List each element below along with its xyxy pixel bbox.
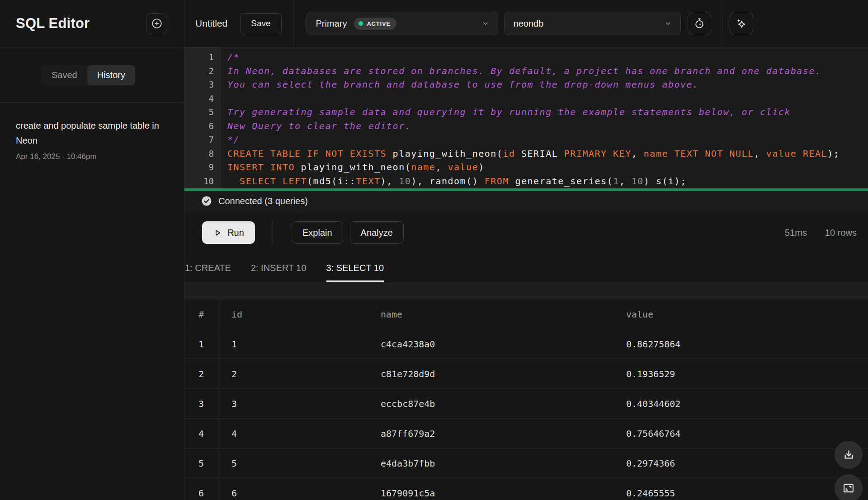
explain-button[interactable]: Explain (292, 221, 343, 244)
table-cell: 1 (218, 339, 367, 350)
analyze-button[interactable]: Analyze (350, 221, 404, 244)
line-number: 3 (184, 79, 221, 89)
run-button-label: Run (227, 228, 244, 238)
connection-status-text: Connected (3 queries) (218, 196, 308, 206)
code-lines: 1/*2In Neon, databases are stored on bra… (184, 50, 868, 188)
table-row: 661679091c5a0.2465555 (184, 478, 868, 500)
query-name[interactable]: Untitled (195, 18, 227, 29)
table-cell: a87ff679a2 (367, 428, 613, 439)
new-query-button[interactable] (146, 13, 167, 34)
sidebar-tabs: Saved History (0, 47, 184, 103)
saved-history-toggle: Saved History (42, 65, 135, 85)
branch-select[interactable]: Primary ACTIVE (307, 12, 498, 35)
database-select[interactable]: neondb (504, 12, 681, 35)
results-panel: #idnamevalue11c4ca4238a00.8627586422c81e… (184, 282, 868, 500)
history-list-item[interactable]: create and populate sample table in Neon… (0, 103, 184, 161)
table-cell: 1679091c5a (367, 488, 613, 499)
column-header: value (613, 309, 868, 320)
column-header: name (367, 309, 613, 320)
history-item-timestamp: Apr 16, 2025 - 10:46pm (16, 152, 166, 161)
play-icon (213, 228, 222, 238)
table-cell: 1 (184, 329, 218, 359)
table-cell: 4 (218, 428, 367, 439)
line-number: 5 (184, 107, 221, 117)
table-cell: 0.2465555 (613, 488, 868, 499)
code-line[interactable]: 7*/ (184, 133, 868, 147)
code-text: SELECT LEFT(md5(i::TEXT), 10), random() … (221, 176, 687, 187)
chevron-down-icon (481, 19, 490, 28)
code-line[interactable]: 6New Query to clear the editor. (184, 119, 868, 133)
sidebar-header: SQL Editor (0, 0, 184, 47)
table-row: 55e4da3b7fbb0.2974366 (184, 449, 868, 478)
code-line[interactable]: 1/* (184, 50, 868, 64)
table-cell: 0.86275864 (613, 339, 868, 350)
table-cell: 5 (218, 458, 367, 469)
code-line[interactable]: 10 SELECT LEFT(md5(i::TEXT), 10), random… (184, 174, 868, 188)
ai-assist-button[interactable] (730, 12, 753, 35)
table-cell: 6 (218, 488, 367, 499)
table-cell: 3 (218, 398, 367, 409)
line-number: 10 (184, 176, 221, 186)
code-line[interactable]: 2In Neon, databases are stored on branch… (184, 64, 868, 78)
column-header: # (184, 299, 218, 329)
sparkles-icon (735, 18, 747, 30)
toolbar: Untitled Save Primary ACTIVE neondb (184, 0, 868, 47)
table-cell: 2 (218, 369, 367, 379)
history-item-title: create and populate sample table in Neon (16, 118, 166, 148)
code-line[interactable]: 3You can select the branch and database … (184, 78, 868, 92)
line-number: 2 (184, 66, 221, 76)
code-editor[interactable]: 1/*2In Neon, databases are stored on bra… (184, 47, 868, 188)
code-line[interactable]: 9INSERT INTO playing_with_neon(name, val… (184, 160, 868, 174)
result-tab-insert[interactable]: 2: INSERT 10 (251, 254, 307, 282)
line-number: 7 (184, 135, 221, 145)
code-line[interactable]: 4 (184, 92, 868, 106)
code-line[interactable]: 5Try generating sample data and querying… (184, 105, 868, 119)
result-tab-create[interactable]: 1: CREATE (185, 254, 231, 282)
check-circle-icon (201, 196, 212, 206)
table-cell: 0.40344602 (613, 398, 868, 409)
code-text: CREATE TABLE IF NOT EXISTS playing_with_… (221, 148, 840, 159)
toolbar-divider (293, 0, 293, 47)
actions-bar: Run Explain Analyze 51ms 10 rows (184, 211, 868, 254)
stopwatch-icon (693, 18, 705, 29)
code-line[interactable]: 8CREATE TABLE IF NOT EXISTS playing_with… (184, 147, 868, 161)
tab-history[interactable]: History (87, 65, 135, 85)
code-text: */ (221, 134, 240, 145)
table-cell: 6 (184, 478, 218, 500)
code-text: Try generating sample data and querying … (221, 107, 791, 117)
page-title: SQL Editor (16, 15, 90, 32)
run-button[interactable]: Run (202, 221, 255, 244)
branch-status-badge: ACTIVE (354, 18, 396, 30)
query-history-timer-button[interactable] (688, 12, 711, 35)
code-text: In Neon, databases are stored on branche… (221, 65, 821, 76)
sidebar: SQL Editor Saved History create and popu… (0, 0, 184, 500)
row-count: 10 rows (825, 228, 857, 238)
table-cell: 3 (184, 389, 218, 418)
download-results-button[interactable] (835, 441, 863, 469)
query-duration: 51ms (785, 228, 807, 238)
code-text: You can select the branch and database t… (221, 79, 699, 90)
table-cell: e4da3b7fbb (367, 458, 613, 469)
actions-divider (273, 220, 273, 245)
code-text: INSERT INTO playing_with_neon(name, valu… (221, 162, 485, 173)
save-button[interactable]: Save (240, 13, 281, 34)
table-row: 44a87ff679a20.75646764 (184, 419, 868, 449)
table-cell: c4ca4238a0 (367, 339, 613, 350)
column-header: id (218, 309, 367, 320)
main-panel: Untitled Save Primary ACTIVE neondb (184, 0, 868, 500)
table-cell: eccbc87e4b (367, 398, 613, 409)
toolbar-divider (722, 0, 723, 47)
result-tab-select[interactable]: 3: SELECT 10 (326, 254, 384, 282)
code-text: New Query to clear the editor. (221, 121, 411, 131)
expand-editor-button[interactable] (835, 474, 863, 500)
tab-saved[interactable]: Saved (42, 65, 87, 85)
table-cell: 0.1936529 (613, 369, 868, 379)
table-cell: 5 (184, 449, 218, 478)
connection-status-bar: Connected (3 queries) (184, 191, 868, 211)
code-text: /* (221, 51, 240, 62)
line-number: 6 (184, 121, 221, 131)
chevron-down-icon (664, 19, 672, 28)
line-number: 8 (184, 149, 221, 159)
status-dot-icon (359, 21, 363, 26)
table-cell: 0.75646764 (613, 428, 868, 439)
